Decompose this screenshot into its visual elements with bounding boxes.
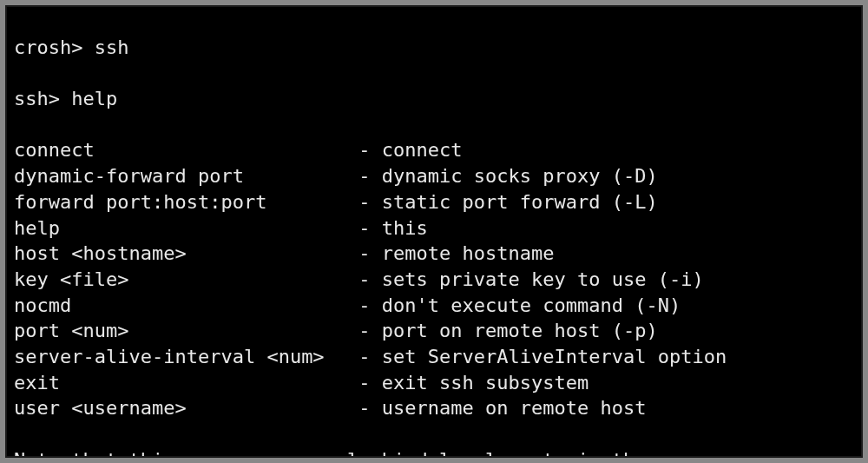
terminal-help-line: port <num> - port on remote host (-p) — [14, 318, 854, 344]
terminal-help-line: nocmd - don't execute command (-N) — [14, 293, 854, 319]
terminal-help-line: dynamic-forward port - dynamic socks pro… — [14, 163, 854, 189]
terminal-help-line: forward port:host:port - static port for… — [14, 189, 854, 215]
terminal-help-line: user <username> - username on remote hos… — [14, 395, 854, 421]
terminal-help-line: key <file> - sets private key to use (-i… — [14, 267, 854, 293]
terminal-line: Note that this program can only bind loc… — [14, 447, 854, 458]
terminal-line: crosh> ssh — [14, 35, 854, 61]
terminal-help-line: exit - exit ssh subsystem — [14, 370, 854, 396]
terminal-window[interactable]: crosh> ssh ssh> help connect - connectdy… — [5, 5, 863, 458]
terminal-line: ssh> help — [14, 86, 854, 112]
terminal-help-line: connect - connect — [14, 137, 854, 163]
terminal-help-line: server-alive-interval <num> - set Server… — [14, 344, 854, 370]
terminal-help-line: help - this — [14, 215, 854, 241]
terminal-help-line: host <hostname> - remote hostname — [14, 241, 854, 267]
